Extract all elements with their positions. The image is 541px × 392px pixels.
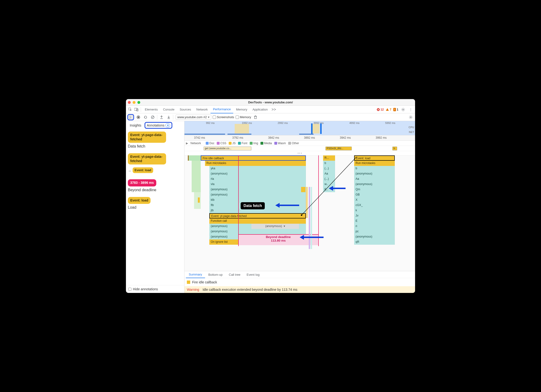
annotation-item[interactable]: Event: load Load	[127, 197, 183, 210]
tab-call-tree[interactable]: Call tree	[226, 271, 243, 278]
deadline-overlay: Beyond deadline 113.80 ms	[238, 234, 318, 245]
network-request[interactable]: get (www.youtube.co...	[204, 147, 251, 150]
legend-item: CSS	[217, 142, 226, 145]
flame-entry[interactable]: Aa	[354, 176, 395, 182]
flame-entry[interactable]: (anonymous)	[209, 187, 306, 192]
flame-chart[interactable]: Fire idle callbackRun microtasksyka(anon…	[184, 155, 415, 271]
reload-icon[interactable]	[143, 114, 148, 120]
tabs-overflow[interactable]: >>	[270, 107, 277, 112]
flame-entry[interactable]: Function call	[209, 218, 306, 224]
flame-entry[interactable]: R...	[323, 155, 335, 161]
flame-entry[interactable]: (anonymous)	[209, 171, 306, 176]
tab-sources[interactable]: Sources	[177, 106, 194, 113]
flame-entry[interactable]: Run microtasks	[354, 161, 395, 166]
insights-tab[interactable]: Insights	[127, 122, 144, 129]
flame-entry[interactable]: Fire idle callback	[201, 155, 306, 161]
flame-entry[interactable]: rla	[209, 176, 306, 182]
download-icon[interactable]	[166, 114, 172, 120]
flame-entry[interactable]: Event: yt-page-data-fetched	[209, 213, 306, 218]
svg-line-10	[152, 116, 154, 118]
flame-entry[interactable]: (anonymous)	[354, 171, 395, 176]
record-icon[interactable]	[135, 114, 141, 120]
flame-entry[interactable]: (anonymous)	[354, 182, 395, 187]
legend-item: Media	[260, 142, 272, 145]
annotation-item[interactable]: Event: yt-page-data-fetched Data fetch	[127, 132, 183, 148]
more-icon[interactable]: ⋮	[408, 107, 414, 112]
flame-entry[interactable]: qR	[354, 239, 395, 245]
flame-entry[interactable]: k	[354, 208, 395, 213]
overview-minimap[interactable]: 992 ms 1992 ms 2992 ms 3992 ms 4992 ms 5…	[184, 121, 415, 135]
tab-summary[interactable]: Summary	[186, 271, 205, 278]
flame-entry[interactable]: X	[354, 197, 395, 203]
svg-point-4	[403, 109, 404, 110]
tab-performance[interactable]: Performance	[211, 106, 233, 113]
network-request[interactable]: h	[392, 147, 397, 150]
warning-count[interactable]: 7	[386, 108, 391, 111]
annotations-tab-highlighted[interactable]: Annotations 4	[145, 122, 172, 129]
memory-checkbox[interactable]: Memory	[236, 115, 251, 119]
flame-entry[interactable]: pc	[354, 229, 395, 234]
legend-item: JS	[229, 142, 236, 145]
flame-entry[interactable]: E	[354, 218, 395, 224]
tab-elements[interactable]: Elements	[142, 106, 160, 113]
flame-entry[interactable]: (anonymous)	[209, 192, 306, 197]
clear-icon[interactable]	[150, 114, 156, 120]
annotation-item[interactable]: 3783 - 3896 ms Beyond deadline	[127, 179, 183, 192]
summary-panel: Fire idle callback	[184, 278, 415, 286]
devtools-window: DevTools - www.youtube.com/ Elements Con…	[126, 99, 415, 293]
status-area: 12 7 !1 ⋮	[377, 107, 414, 112]
network-request[interactable]: PSDnSI_8fd...	[325, 147, 352, 150]
tab-bottom-up[interactable]: Bottom-up	[206, 271, 226, 278]
sidebar-toggle-highlighted[interactable]	[127, 114, 134, 120]
warning-row: Warning Idle callback execution extended…	[184, 286, 415, 293]
tab-event-log[interactable]: Event log	[244, 271, 262, 278]
flame-entry[interactable]: GB	[354, 192, 395, 197]
flame-entry[interactable]: vla	[209, 182, 306, 187]
inspect-icon[interactable]	[127, 107, 133, 112]
flame-entry[interactable]: b	[354, 166, 395, 171]
issue-count[interactable]: !1	[393, 108, 398, 111]
tab-console[interactable]: Console	[161, 106, 177, 113]
flame-entry[interactable]: (anonymous)	[354, 234, 395, 239]
svg-point-12	[410, 117, 411, 117]
flame-entry[interactable]: b	[323, 161, 335, 166]
flame-entry[interactable]: Event: load	[354, 155, 395, 161]
recording-selector[interactable]: www.youtube.com #2▾	[176, 115, 211, 120]
network-track-header[interactable]: ▶ Network DocCSSJSFontImgMediaWasmOther	[184, 141, 415, 146]
screenshots-checkbox[interactable]: Screenshots	[213, 115, 234, 119]
error-count[interactable]: 12	[377, 108, 384, 111]
legend-item: Font	[238, 142, 247, 145]
settings-icon[interactable]	[400, 107, 406, 112]
details-tabs: Summary Bottom-up Call tree Event log	[184, 271, 415, 278]
flame-entry[interactable]: klb	[209, 197, 306, 203]
flame-entry[interactable]: yka	[209, 166, 306, 171]
annotation-item[interactable]: Event: yt-page-data-fetched → Event: loa…	[127, 153, 183, 175]
hide-annotations-checkbox[interactable]: Hide annotations	[126, 285, 184, 293]
svg-point-8	[138, 117, 139, 118]
flame-entry[interactable]: Aa	[323, 171, 335, 176]
main-panel: 992 ms 1992 ms 2992 ms 3992 ms 4992 ms 5…	[184, 121, 415, 293]
window-title: DevTools - www.youtube.com/	[126, 101, 415, 104]
flame-entry[interactable]: (anonymous)	[209, 229, 306, 234]
flame-entry[interactable]: cGX_	[354, 203, 395, 208]
flame-entry[interactable]: (...)	[323, 166, 335, 171]
flame-entry[interactable]: ri	[354, 224, 395, 229]
anon-selector[interactable]: (anonymous) ▾	[251, 224, 299, 229]
tab-memory[interactable]: Memory	[234, 106, 250, 113]
gc-icon[interactable]	[253, 114, 258, 120]
flame-entry[interactable]: Run microtasks	[205, 161, 306, 166]
perf-settings-icon[interactable]	[408, 114, 414, 120]
legend-item: Other	[288, 142, 299, 145]
tab-application[interactable]: Application	[250, 106, 270, 113]
network-track[interactable]: get (www.youtube.co... PSDnSI_8fd... h	[184, 146, 415, 151]
device-icon[interactable]	[134, 107, 139, 112]
upload-icon[interactable]	[159, 114, 164, 120]
tab-network[interactable]: Network	[194, 106, 210, 113]
callout-data-fetch: Data fetch	[241, 202, 265, 209]
legend-item: Img	[250, 142, 258, 145]
timeline-ruler[interactable]: 3742 ms 3792 ms 3842 ms 3892 ms 3942 ms …	[184, 135, 415, 141]
flame-entry[interactable]: Qm	[354, 187, 395, 192]
arrow-icon: →	[128, 169, 131, 173]
flame-entry[interactable]: Jv	[354, 213, 395, 218]
flame-entry[interactable]: (...)	[323, 176, 335, 182]
